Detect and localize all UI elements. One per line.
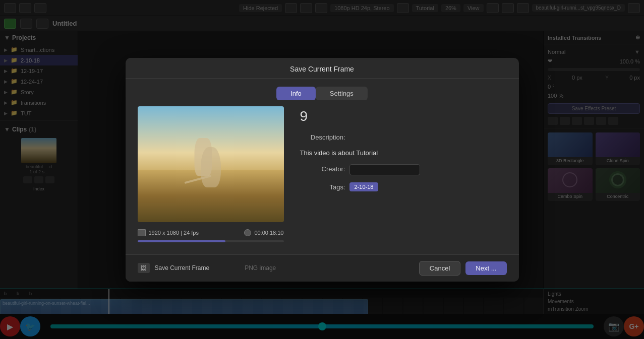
timecode-label: 00:00:18:10 xyxy=(254,230,283,236)
tab-info[interactable]: Info xyxy=(276,87,316,100)
modal-info: 9 Description: This video is about Tutor… xyxy=(300,106,507,242)
preview-ground xyxy=(138,170,284,222)
creator-row: Creator: xyxy=(300,164,507,175)
frame-number: 9 xyxy=(300,108,507,124)
next-button[interactable]: Next ... xyxy=(465,261,506,275)
resolution-label: 1920 x 1080 | 24 fps xyxy=(149,230,199,236)
seek-bar[interactable] xyxy=(138,240,284,242)
creator-label: Creator: xyxy=(300,164,345,173)
footer-format: PNG image xyxy=(245,264,276,272)
footer-left: 🖼 Save Current Frame PNG image xyxy=(138,263,276,273)
footer-filename: Save Current Frame xyxy=(155,264,210,272)
file-icon: 🖼 xyxy=(141,265,146,271)
description-value-row: This video is about Tutorial xyxy=(300,148,507,157)
description-row: Description: xyxy=(300,132,507,141)
modal-preview: 1920 x 1080 | 24 fps 00:00:18:10 xyxy=(138,106,284,242)
tag-badge[interactable]: 2-10-18 xyxy=(349,182,379,191)
description-label: Description: xyxy=(300,132,345,141)
footer-right: Cancel Next ... xyxy=(419,261,507,276)
save-current-frame-modal: Save Current Frame Info Settings xyxy=(126,58,519,282)
description-value: This video is about Tutorial xyxy=(300,149,378,157)
footer-file-icon: 🖼 xyxy=(138,263,150,273)
modal-title: Save Current Frame xyxy=(290,65,354,73)
creator-input[interactable] xyxy=(349,164,420,175)
preview-meta-right: 00:00:18:10 xyxy=(244,229,283,236)
cancel-button[interactable]: Cancel xyxy=(419,261,460,276)
resolution-icon xyxy=(138,229,146,236)
modal-overlay: Save Current Frame Info Settings xyxy=(0,0,644,339)
modal-title-bar: Save Current Frame xyxy=(126,58,519,79)
preview-image xyxy=(138,106,284,222)
tab-settings[interactable]: Settings xyxy=(316,87,368,100)
seek-progress xyxy=(138,240,225,242)
modal-footer: 🖼 Save Current Frame PNG image Cancel Ne… xyxy=(126,254,519,282)
tags-row: Tags: 2-10-18 xyxy=(300,182,507,191)
preview-meta-left: 1920 x 1080 | 24 fps xyxy=(138,229,199,236)
modal-tab-row: Info Settings xyxy=(126,79,519,106)
preview-girl xyxy=(195,138,212,176)
modal-body: 1920 x 1080 | 24 fps 00:00:18:10 9 Descr… xyxy=(126,106,519,254)
timecode-icon xyxy=(244,229,251,236)
tags-label: Tags: xyxy=(300,182,345,191)
preview-meta: 1920 x 1080 | 24 fps 00:00:18:10 xyxy=(138,229,284,236)
